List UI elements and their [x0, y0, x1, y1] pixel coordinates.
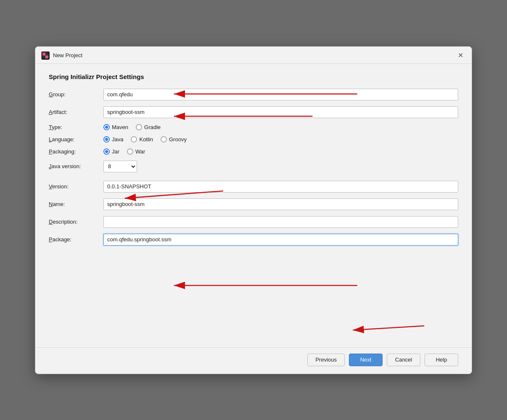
name-input[interactable] [103, 198, 458, 210]
help-button[interactable]: Help [425, 354, 458, 366]
packaging-jar-label: Jar [112, 148, 119, 155]
type-row: Type: Maven Gradle [49, 124, 458, 130]
dialog-footer: Previous Next Cancel Help [35, 347, 472, 374]
packaging-jar-radio[interactable] [103, 148, 110, 155]
group-input[interactable] [103, 89, 458, 100]
language-kotlin-label: Kotlin [139, 136, 153, 143]
version-row: Version: [49, 181, 458, 193]
description-label: Description: [49, 219, 103, 225]
type-maven-label: Maven [112, 124, 128, 130]
window-title: New Project [53, 52, 82, 58]
language-radio-group: Java Kotlin Groovy [103, 136, 187, 143]
language-row: Language: Java Kotlin Groovy [49, 136, 458, 143]
close-button[interactable]: ✕ [456, 51, 465, 60]
artifact-input[interactable] [103, 106, 458, 118]
dialog-content: Spring Initializr Project Settings Group… [35, 64, 472, 347]
type-gradle-radio[interactable] [136, 124, 142, 130]
type-gradle-label: Gradle [144, 124, 161, 130]
language-java-label: Java [112, 136, 123, 143]
dialog: New Project ✕ Spring Initializr Project … [35, 46, 472, 374]
package-label: Package: [49, 236, 103, 243]
section-title: Spring Initializr Project Settings [49, 73, 458, 80]
svg-rect-2 [45, 55, 48, 58]
cancel-button[interactable]: Cancel [387, 354, 420, 366]
artifact-row: Artifact: [49, 106, 458, 118]
name-label: Name: [49, 201, 103, 207]
previous-button[interactable]: Previous [307, 354, 345, 366]
language-kotlin-option[interactable]: Kotlin [131, 136, 153, 143]
type-radio-group: Maven Gradle [103, 124, 161, 130]
title-bar-left: New Project [41, 51, 82, 60]
version-input[interactable] [103, 181, 458, 193]
title-bar: New Project ✕ [35, 47, 472, 64]
packaging-war-radio[interactable] [127, 148, 133, 155]
svg-rect-4 [45, 53, 48, 55]
type-maven-option[interactable]: Maven [103, 124, 128, 130]
language-label: Language: [49, 136, 103, 143]
type-gradle-option[interactable]: Gradle [136, 124, 161, 130]
svg-rect-3 [42, 55, 45, 58]
packaging-row: Packaging: Jar War [49, 148, 458, 155]
group-label: Group: [49, 91, 103, 98]
artifact-label: Artifact: [49, 109, 103, 115]
packaging-war-label: War [135, 148, 145, 155]
java-version-label: Java version: [49, 163, 103, 169]
package-row: Package: [49, 234, 458, 246]
next-button[interactable]: Next [349, 354, 383, 366]
packaging-label: Packaging: [49, 148, 103, 155]
group-row: Group: [49, 89, 458, 100]
packaging-jar-option[interactable]: Jar [103, 148, 119, 155]
app-icon [41, 51, 50, 60]
version-label: Version: [49, 183, 103, 190]
packaging-radio-group: Jar War [103, 148, 145, 155]
language-groovy-label: Groovy [169, 136, 187, 143]
type-label: Type: [49, 124, 103, 130]
java-version-row: Java version: 8 11 17 21 [49, 161, 458, 172]
description-input[interactable] [103, 216, 458, 228]
type-maven-radio[interactable] [103, 124, 110, 130]
language-java-option[interactable]: Java [103, 136, 123, 143]
java-version-select[interactable]: 8 11 17 21 [103, 161, 137, 172]
package-input[interactable] [103, 234, 458, 246]
language-groovy-radio[interactable] [161, 136, 167, 143]
language-groovy-option[interactable]: Groovy [161, 136, 187, 143]
language-kotlin-radio[interactable] [131, 136, 137, 143]
name-row: Name: [49, 198, 458, 210]
description-row: Description: [49, 216, 458, 228]
language-java-radio[interactable] [103, 136, 110, 143]
svg-rect-1 [42, 53, 45, 55]
packaging-war-option[interactable]: War [127, 148, 145, 155]
